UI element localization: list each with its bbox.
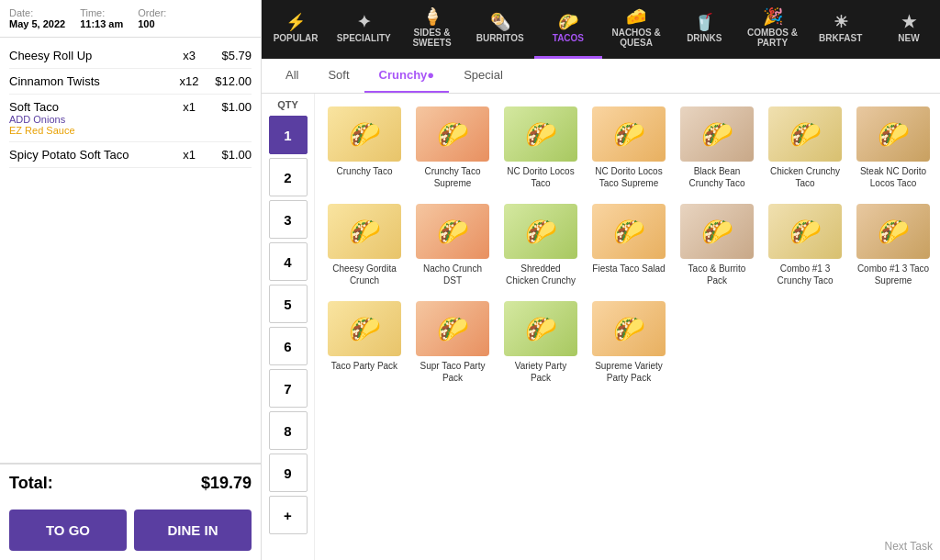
food-item[interactable]: 🌮NC Dorito Locos Taco Supreme [588, 103, 669, 193]
right-panel: ⚡POPULAR✦SPECIALITY🍦SIDES & SWEETS🌯BURRI… [262, 0, 940, 560]
nav-item-label: DRINKS [687, 33, 722, 43]
order-item-qty: x1 [173, 148, 206, 162]
food-item-image: 🌮 [856, 106, 930, 162]
food-item-image: 🌮 [680, 204, 754, 259]
items-grid: 🌮Crunchy Taco🌮Crunchy Taco Supreme🌮NC Do… [315, 94, 940, 560]
food-item[interactable]: 🌮Chicken Crunchy Taco [765, 103, 845, 193]
food-item[interactable]: 🌮Supr Taco Party Pack [412, 297, 493, 387]
food-item[interactable]: 🌮Steak NC Dorito Locos Taco [853, 103, 934, 193]
time-label: Time: [80, 7, 123, 18]
date-field: Date: May 5, 2022 [9, 7, 65, 29]
qty-btn-+[interactable]: + [269, 496, 308, 534]
qty-btn-8[interactable]: 8 [269, 411, 308, 450]
food-item[interactable]: 🌮Supreme Variety Party Pack [588, 297, 669, 387]
burritos-icon: 🌯 [490, 14, 510, 30]
food-item-image: 🌮 [592, 301, 666, 356]
order-item-name: Cinnamon Twists [9, 74, 173, 88]
nav-item-label: COMBOS & PARTY [742, 28, 802, 48]
nav-item-sides[interactable]: 🍦SIDES & SWEETS [397, 0, 465, 59]
order-number-value: 100 [138, 18, 154, 29]
nav-item-tacos[interactable]: 🌮TACOS [534, 0, 602, 59]
sub-nav-item-special[interactable]: Special [449, 59, 518, 93]
food-item[interactable]: 🌮Taco Party Pack [324, 297, 405, 387]
qty-btn-6[interactable]: 6 [269, 327, 308, 365]
qty-btn-1[interactable]: 1 [269, 116, 308, 154]
nav-item-label: POPULAR [274, 33, 319, 43]
food-item[interactable]: 🌮Nacho Crunch DST [412, 200, 493, 290]
brkfast-icon: ☀ [834, 14, 848, 30]
food-item-name: Chicken Crunchy Taco [768, 165, 842, 189]
food-item-name: Supreme Variety Party Pack [592, 360, 666, 384]
food-item[interactable]: 🌮Fiesta Taco Salad [588, 200, 669, 290]
nav-item-burritos[interactable]: 🌯BURRITOS [466, 0, 534, 59]
nav-item-label: SPECIALITY [337, 33, 391, 43]
sub-nav-item-all[interactable]: All [271, 59, 313, 93]
order-item-price: $5.79 [206, 49, 252, 62]
food-item[interactable]: 🌮Shredded Chicken Crunchy [500, 200, 581, 290]
order-item-mod: EZ Red Sauce [9, 125, 173, 136]
tacos-icon: 🌮 [558, 14, 578, 30]
nav-item-new[interactable]: ★NEW [875, 0, 940, 59]
order-item-qty: x3 [173, 49, 206, 62]
content-area: QTY 123456789+ 🌮Crunchy Taco🌮Crunchy Tac… [262, 94, 940, 560]
total-label: Total: [9, 474, 53, 493]
qty-btn-4[interactable]: 4 [269, 242, 308, 281]
qty-btn-3[interactable]: 3 [269, 200, 308, 239]
sub-nav: AllSoftCrunchy●Special [262, 59, 940, 94]
to-go-button[interactable]: TO GO [9, 510, 127, 551]
nav-item-brkfast[interactable]: ☀BRKFAST [807, 0, 875, 59]
speciality-icon: ✦ [357, 14, 371, 30]
food-item-image: 🌮 [768, 106, 842, 162]
food-item-name: Combo #1 3 Taco Supreme [856, 263, 930, 286]
food-item-name: NC Dorito Locos Taco Supreme [592, 165, 666, 189]
food-item[interactable]: 🌮Crunchy Taco Supreme [412, 103, 493, 193]
order-item-name: Spicy Potato Soft Taco [9, 148, 173, 162]
sub-nav-item-crunchy[interactable]: Crunchy● [364, 59, 450, 93]
order-number-label: Order: [138, 7, 166, 18]
nav-item-popular[interactable]: ⚡POPULAR [262, 0, 330, 59]
nav-item-drinks[interactable]: 🥤DRINKS [670, 0, 738, 59]
nav-item-label: BURRITOS [476, 33, 524, 43]
nav-item-combos[interactable]: 🎉COMBOS & PARTY [738, 0, 806, 59]
order-item: Cheesy Roll Upx3$5.79 [9, 43, 252, 69]
time-value: 11:13 am [80, 18, 123, 29]
nav-item-label: NACHOS & QUESA [606, 28, 666, 48]
new-icon: ★ [901, 14, 916, 30]
food-item[interactable]: 🌮Cheesy Gordita Crunch [324, 200, 405, 290]
food-item-name: Crunchy Taco [337, 165, 393, 177]
order-total: Total: $19.79 [0, 463, 261, 502]
order-header: Date: May 5, 2022 Time: 11:13 am Order: … [0, 0, 261, 38]
food-item-name: Black Bean Crunchy Taco [680, 165, 754, 189]
food-item[interactable]: 🌮Combo #1 3 Crunchy Taco [765, 200, 845, 290]
nachos-icon: 🧀 [626, 8, 646, 25]
nav-item-nachos[interactable]: 🧀NACHOS & QUESA [602, 0, 670, 59]
food-item[interactable]: 🌮Crunchy Taco [324, 103, 405, 193]
qty-btn-9[interactable]: 9 [269, 454, 308, 492]
order-item: Cinnamon Twistsx12$12.00 [9, 69, 252, 95]
order-item-name: Cheesy Roll Up [9, 49, 173, 62]
food-item-image: 🌮 [416, 301, 489, 356]
nav-item-speciality[interactable]: ✦SPECIALITY [330, 0, 397, 59]
qty-btn-5[interactable]: 5 [269, 285, 308, 323]
next-task: Next Task [885, 540, 933, 553]
food-item[interactable]: 🌮NC Dorito Locos Taco [500, 103, 581, 193]
food-item-name: Taco & Burrito Pack [680, 263, 754, 286]
food-item[interactable]: 🌮Variety Party Pack [500, 297, 581, 387]
nav-item-label: NEW [898, 33, 919, 43]
qty-btn-7[interactable]: 7 [269, 369, 308, 408]
drinks-icon: 🥤 [694, 14, 714, 30]
order-item-price: $1.00 [206, 100, 252, 114]
food-item-name: Combo #1 3 Crunchy Taco [768, 263, 842, 286]
food-item[interactable]: 🌮Taco & Burrito Pack [677, 200, 757, 290]
food-item[interactable]: 🌮Combo #1 3 Taco Supreme [853, 200, 934, 290]
dine-in-button[interactable]: DINE IN [134, 510, 252, 551]
food-item-name: Crunchy Taco Supreme [416, 165, 489, 189]
qty-btn-2[interactable]: 2 [269, 158, 308, 196]
food-item-image: 🌮 [416, 106, 489, 162]
time-field: Time: 11:13 am [80, 7, 123, 29]
order-number-field: Order: 100 [138, 7, 166, 29]
sub-nav-item-soft[interactable]: Soft [313, 59, 364, 93]
food-item-name: Shredded Chicken Crunchy [504, 263, 577, 286]
food-item[interactable]: 🌮Black Bean Crunchy Taco [677, 103, 757, 193]
top-nav: ⚡POPULAR✦SPECIALITY🍦SIDES & SWEETS🌯BURRI… [262, 0, 940, 59]
